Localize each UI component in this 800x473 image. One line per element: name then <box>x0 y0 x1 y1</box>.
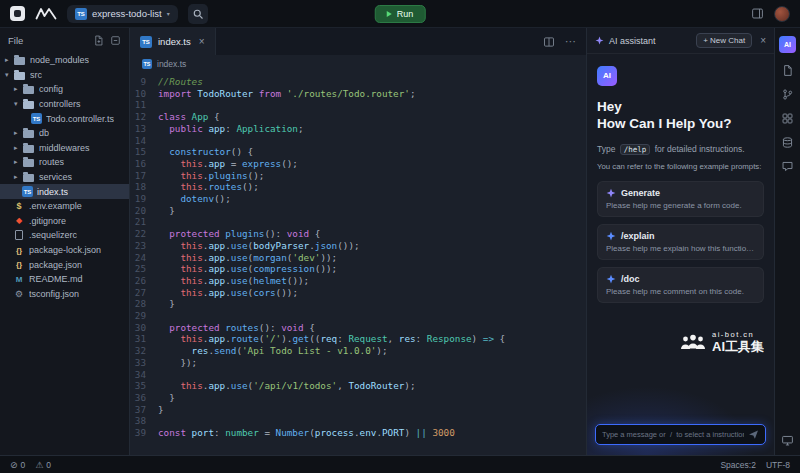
folder-icon <box>23 86 34 94</box>
tree-item-routes[interactable]: ▸routes <box>0 155 129 170</box>
monitor-icon[interactable] <box>781 434 794 447</box>
line-number: 39 <box>130 427 158 439</box>
tree-item-.env.example[interactable]: $.env.example <box>0 199 129 214</box>
more-actions-icon[interactable]: ⋯ <box>565 36 576 47</box>
collapse-folders-icon[interactable] <box>110 35 121 46</box>
prompts-intro: You can refer to the following example p… <box>597 162 764 171</box>
chevron-right-icon[interactable]: ▸ <box>14 173 22 181</box>
sparkle-icon <box>595 36 604 45</box>
chevron-down-icon[interactable]: ▾ <box>14 100 22 108</box>
code-line: 12class App { <box>130 111 586 123</box>
chevron-right-icon[interactable]: ▸ <box>14 129 22 137</box>
tree-item-Todo.controller.ts[interactable]: TSTodo.controller.ts <box>0 111 129 126</box>
git-branch-icon[interactable] <box>781 88 794 101</box>
help-command-chip[interactable]: /help <box>620 144 651 155</box>
line-number: 37 <box>130 404 158 416</box>
tree-item-controllers[interactable]: ▾controllers <box>0 97 129 112</box>
help-prefix: Type <box>597 144 618 154</box>
split-editor-icon[interactable] <box>543 36 555 48</box>
chevron-down-icon[interactable]: ▾ <box>5 71 13 79</box>
prompt-card-doc[interactable]: /docPlease help me comment on this code. <box>597 267 764 303</box>
tree-item-package.json[interactable]: {}package.json <box>0 257 129 272</box>
line-number: 35 <box>130 380 158 392</box>
file-explorer: File ▸node_modules▾src▸config▾controller… <box>0 28 130 455</box>
code-line: 33 }); <box>130 357 586 369</box>
code-area[interactable]: 9//Routes10import TodoRouter from './rou… <box>130 73 586 455</box>
breadcrumb-file: index.ts <box>157 59 186 69</box>
chevron-right-icon[interactable]: ▸ <box>14 85 22 93</box>
breadcrumb[interactable]: TS index.ts <box>130 55 586 73</box>
app-logo-icon[interactable] <box>10 6 25 21</box>
tree-item-.gitignore[interactable]: ◆.gitignore <box>0 214 129 229</box>
file-name: .env.example <box>29 201 82 211</box>
chevron-right-icon[interactable]: ▸ <box>5 56 13 64</box>
database-icon[interactable] <box>781 136 794 149</box>
tree-item-db[interactable]: ▸db <box>0 126 129 141</box>
tree-item-index.ts[interactable]: TSindex.ts <box>0 184 129 199</box>
search-button[interactable] <box>188 4 208 24</box>
prompt-title: /doc <box>621 274 640 284</box>
explorer-header: File <box>0 28 129 53</box>
code-line: 28 } <box>130 298 586 310</box>
close-tab-icon[interactable]: × <box>199 36 205 47</box>
code-text: } <box>158 404 164 416</box>
document-icon[interactable] <box>781 64 794 77</box>
extensions-icon[interactable] <box>781 112 794 125</box>
code-line: 36 } <box>130 392 586 404</box>
line-number: 22 <box>130 228 158 240</box>
layout-panel-icon[interactable] <box>751 7 764 20</box>
user-avatar[interactable] <box>774 6 790 22</box>
tree-item-node_modules[interactable]: ▸node_modules <box>0 53 129 68</box>
code-text: //Routes <box>158 76 203 88</box>
file-name: controllers <box>39 99 81 109</box>
slash-command-icon <box>606 274 616 284</box>
tree-item-middlewares[interactable]: ▸middlewares <box>0 141 129 156</box>
tree-item-tsconfig.json[interactable]: ⚙tsconfig.json <box>0 287 129 302</box>
comment-icon[interactable] <box>781 160 794 173</box>
new-file-icon[interactable] <box>93 35 104 46</box>
tree-item-README.md[interactable]: MREADME.md <box>0 272 129 287</box>
code-line: 14 <box>130 135 586 147</box>
tree-item-src[interactable]: ▾src <box>0 68 129 83</box>
error-icon: ⊘ <box>10 460 18 470</box>
folder-icon <box>23 174 34 182</box>
tree-item-config[interactable]: ▸config <box>0 82 129 97</box>
ai-assistant-icon[interactable]: AI <box>779 36 796 53</box>
chat-input[interactable] <box>602 430 744 439</box>
new-chat-button[interactable]: + New Chat <box>696 33 752 48</box>
line-number: 14 <box>130 135 158 147</box>
chevron-right-icon[interactable]: ▸ <box>14 158 22 166</box>
errors-indicator[interactable]: ⊘0 <box>10 460 25 470</box>
close-panel-icon[interactable]: × <box>760 35 766 46</box>
tab-index-ts[interactable]: TS index.ts × <box>130 28 216 55</box>
warnings-indicator[interactable]: ⚠0 <box>35 460 51 470</box>
code-line: 20 } <box>130 205 586 217</box>
project-name: express-todo-list <box>92 8 162 19</box>
tree-item-services[interactable]: ▸services <box>0 170 129 185</box>
indentation-status[interactable]: Spaces:2 <box>720 460 755 470</box>
code-line: 9//Routes <box>130 76 586 88</box>
tab-label: index.ts <box>158 36 191 47</box>
code-text: }); <box>158 357 197 369</box>
editor-tabbar: TS index.ts × ⋯ <box>130 28 586 55</box>
line-number: 29 <box>130 310 158 322</box>
file-icon <box>15 230 23 240</box>
run-button[interactable]: Run <box>375 5 426 23</box>
chevron-right-icon[interactable]: ▸ <box>14 144 22 152</box>
line-number: 28 <box>130 298 158 310</box>
prompt-card-explain[interactable]: /explainPlease help me explain how this … <box>597 224 764 260</box>
env-icon: $ <box>13 200 25 212</box>
code-line: 16 this.app = express(); <box>130 158 586 170</box>
file-name: config <box>39 84 63 94</box>
project-tab[interactable]: TS express-todo-list ▾ <box>67 5 178 23</box>
line-number: 30 <box>130 322 158 334</box>
file-name: README.md <box>29 274 83 284</box>
line-number: 15 <box>130 146 158 158</box>
folder-open-icon <box>14 72 25 80</box>
tree-item-.sequelizerc[interactable]: .sequelizerc <box>0 228 129 243</box>
code-text: this.routes(); <box>158 181 259 193</box>
encoding-status[interactable]: UTF-8 <box>766 460 790 470</box>
prompt-card-Generate[interactable]: GeneratePlease help me generate a form c… <box>597 181 764 217</box>
send-icon[interactable] <box>748 429 759 440</box>
tree-item-package-lock.json[interactable]: {}package-lock.json <box>0 243 129 258</box>
